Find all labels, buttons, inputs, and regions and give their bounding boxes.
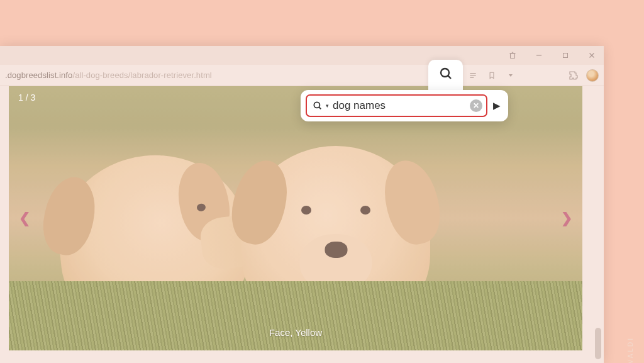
clear-search-icon[interactable]: ✕ xyxy=(470,99,482,112)
gallery-prev-button[interactable]: ❮ xyxy=(15,206,34,230)
svg-point-10 xyxy=(314,102,319,108)
bookmark-dropdown-icon[interactable] xyxy=(504,69,517,82)
trash-icon[interactable] xyxy=(506,48,519,62)
toolbar-right-group xyxy=(467,69,599,82)
url-host: .dogbreedslist.info xyxy=(5,70,72,80)
svg-rect-0 xyxy=(511,53,515,59)
search-field-wrap: ▾ ✕ xyxy=(306,94,487,117)
search-engine-icon[interactable] xyxy=(312,100,323,111)
vivaldi-brand-label: © VIVALDI xyxy=(627,337,634,363)
image-gallery: 1 / 3 ❮ ❯ Face, Yellow xyxy=(9,86,582,350)
search-field-popup: ▾ ✕ ▶ xyxy=(301,90,508,121)
gallery-caption: Face, Yellow xyxy=(269,327,322,338)
svg-line-11 xyxy=(319,107,321,109)
close-icon[interactable] xyxy=(585,48,599,62)
search-go-button[interactable]: ▶ xyxy=(491,98,502,113)
extensions-icon[interactable] xyxy=(567,69,580,82)
gallery-next-button[interactable]: ❯ xyxy=(557,206,576,230)
gallery-counter: 1 / 3 xyxy=(18,92,35,103)
search-input[interactable] xyxy=(333,99,466,112)
url-bar[interactable]: .dogbreedslist.info/all-dog-breeds/labra… xyxy=(0,70,212,80)
page-content: 1 / 3 ❮ ❯ Face, Yellow xyxy=(0,86,591,363)
minimize-icon[interactable] xyxy=(532,48,546,62)
vertical-scrollbar[interactable] xyxy=(595,86,601,359)
maximize-icon[interactable] xyxy=(558,48,572,62)
search-toolbar-button[interactable] xyxy=(428,60,463,90)
browser-toolbar: .dogbreedslist.info/all-dog-breeds/labra… xyxy=(0,65,604,86)
reader-mode-icon[interactable] xyxy=(467,69,479,82)
svg-rect-2 xyxy=(564,53,568,58)
search-engine-dropdown-icon[interactable]: ▾ xyxy=(326,103,329,109)
profile-avatar[interactable] xyxy=(586,69,599,82)
scrollbar-thumb[interactable] xyxy=(595,328,601,359)
bookmark-icon[interactable] xyxy=(486,69,498,82)
search-icon xyxy=(438,66,453,84)
window-titlebar xyxy=(0,46,604,65)
url-path: /all-dog-breeds/labrador-retriever.html xyxy=(72,70,211,80)
svg-point-8 xyxy=(441,69,449,77)
svg-line-9 xyxy=(448,75,451,79)
